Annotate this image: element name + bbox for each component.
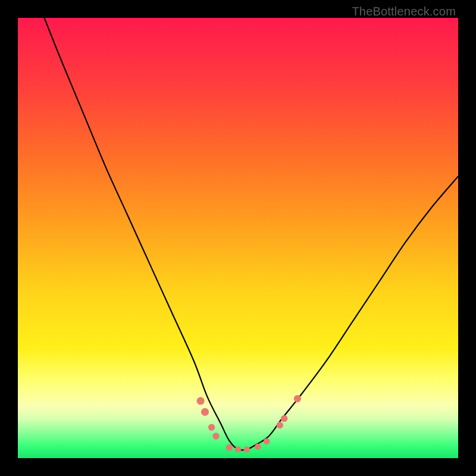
marker-dot: [235, 446, 242, 453]
curve-line: [44, 18, 458, 450]
plot-area: [18, 18, 458, 458]
chart-svg: [18, 18, 458, 458]
attribution-text: TheBottleneck.com: [352, 5, 456, 18]
marker-dot: [201, 408, 209, 416]
marker-dot: [244, 446, 250, 453]
marker-dot: [197, 397, 205, 405]
marker-dot: [277, 422, 283, 428]
marker-dot: [264, 439, 270, 445]
curve-markers: [197, 395, 301, 452]
marker-dot: [281, 415, 287, 422]
marker-dot: [212, 433, 219, 439]
marker-dot: [255, 443, 261, 450]
marker-dot: [294, 395, 301, 402]
marker-dot: [208, 424, 215, 431]
marker-dot: [226, 444, 233, 451]
